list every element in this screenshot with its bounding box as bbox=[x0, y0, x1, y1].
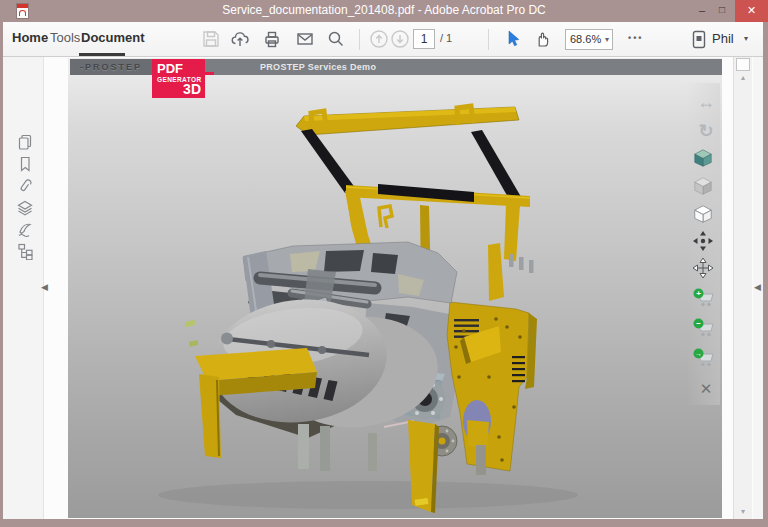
user-menu[interactable]: Phil bbox=[712, 31, 734, 46]
hand-tool-icon[interactable] bbox=[533, 29, 553, 49]
scroll-down-icon[interactable]: ▾ bbox=[734, 507, 752, 516]
user-caret-icon: ▾ bbox=[744, 34, 748, 43]
tab-document[interactable]: Document bbox=[81, 30, 145, 45]
move-model-icon[interactable] bbox=[692, 257, 720, 283]
next-page-icon[interactable] bbox=[390, 29, 410, 49]
zoom-level-value: 68.6% bbox=[570, 33, 601, 45]
main-toolbar: Home Tools Document bbox=[0, 22, 768, 57]
email-icon[interactable] bbox=[295, 29, 315, 49]
cart-remove-icon[interactable]: − bbox=[692, 317, 720, 343]
model-tree-icon[interactable] bbox=[16, 242, 34, 260]
cart-checkout-icon[interactable]: → bbox=[692, 347, 720, 373]
toolbar-divider bbox=[359, 29, 360, 50]
attachments-icon[interactable] bbox=[16, 177, 34, 195]
toolbar-divider-2 bbox=[488, 29, 489, 50]
signatures-icon[interactable] bbox=[16, 220, 34, 238]
layers-icon[interactable] bbox=[16, 199, 34, 217]
mobile-device-icon[interactable] bbox=[692, 30, 712, 50]
cart-checkout-badge: → bbox=[695, 350, 702, 357]
maximize-button[interactable]: □ bbox=[712, 0, 732, 22]
window-border-right bbox=[763, 22, 768, 527]
title-bar[interactable]: Service_documentation_201408.pdf - Adobe… bbox=[0, 0, 768, 22]
send-cloud-icon[interactable] bbox=[230, 29, 250, 49]
page-total-label: / 1 bbox=[440, 32, 452, 44]
minimize-button[interactable]: – bbox=[692, 0, 712, 22]
previous-page-icon[interactable] bbox=[369, 29, 389, 49]
bookmarks-icon[interactable] bbox=[16, 155, 34, 173]
prostep-brand-logo: -PROSTEP bbox=[70, 59, 152, 75]
tab-tools[interactable]: Tools bbox=[50, 30, 80, 45]
page-thumbnails-icon[interactable] bbox=[16, 133, 34, 151]
zoom-caret-icon: ▾ bbox=[605, 30, 609, 50]
collapse-left-panel-arrow[interactable]: ◀ bbox=[41, 282, 48, 292]
page-number-input[interactable]: 1 bbox=[413, 29, 435, 49]
left-navigation-rail bbox=[3, 57, 44, 519]
print-icon[interactable] bbox=[262, 29, 282, 49]
rotate-icon[interactable]: ↻ bbox=[692, 119, 720, 145]
active-tab-underline bbox=[79, 53, 125, 56]
search-icon[interactable] bbox=[326, 29, 346, 49]
pdf-page: -PROSTEP PROSTEP Services Demo PDF GENER… bbox=[68, 58, 722, 518]
cart-remove-badge: − bbox=[696, 319, 701, 328]
cart-add-badge: + bbox=[696, 289, 701, 298]
3d-annotation-viewport[interactable]: ↔ ↻ bbox=[68, 75, 722, 518]
expand-right-panel-arrow[interactable]: ◀ bbox=[754, 282, 761, 292]
tab-home[interactable]: Home bbox=[12, 30, 48, 45]
vertical-scrollbar[interactable]: ▴ ▾ bbox=[733, 57, 752, 519]
scroll-up-icon[interactable]: ▴ bbox=[734, 73, 752, 82]
zoom-level-dropdown[interactable]: 68.6% ▾ bbox=[565, 29, 613, 50]
pdf-header-bar: PROSTEP Services Demo bbox=[205, 59, 722, 75]
logo-red-tick bbox=[205, 72, 214, 75]
window-border-bottom bbox=[0, 519, 768, 527]
window-title: Service_documentation_201408.pdf - Adobe… bbox=[0, 3, 768, 17]
save-icon[interactable] bbox=[201, 29, 221, 49]
scrollbar-thumb[interactable] bbox=[736, 58, 750, 71]
3d-model-machine[interactable] bbox=[68, 75, 722, 518]
cart-add-icon[interactable]: + bbox=[692, 287, 720, 313]
view-cube-shaded-icon[interactable] bbox=[692, 147, 720, 173]
acrobat-window: Service_documentation_201408.pdf - Adobe… bbox=[0, 0, 768, 527]
view-cube-wireframe-icon[interactable] bbox=[692, 203, 720, 229]
pan-icon[interactable]: ↔ bbox=[692, 90, 720, 116]
close-3d-toolbar-icon[interactable]: ✕ bbox=[692, 377, 720, 403]
select-cursor-icon[interactable] bbox=[503, 29, 523, 49]
view-cube-gray-icon[interactable] bbox=[692, 175, 720, 201]
document-area: ◀ -PROSTEP PROSTEP Services Demo PDF GEN… bbox=[3, 57, 763, 519]
close-button[interactable]: ✕ bbox=[735, 0, 768, 22]
window-border-left bbox=[0, 22, 3, 527]
move-parts-icon[interactable] bbox=[692, 230, 720, 256]
more-tools-button[interactable]: ••• bbox=[628, 33, 643, 43]
pdf-generator-3d-logo: PDF GENERATOR 3D bbox=[152, 59, 205, 98]
